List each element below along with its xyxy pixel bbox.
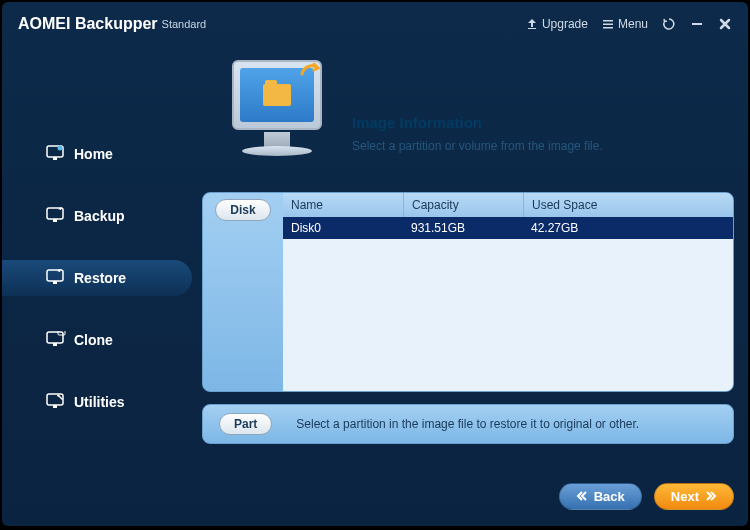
menu-icon	[602, 18, 614, 30]
close-icon[interactable]	[718, 17, 732, 31]
cell-used: 42.27GB	[523, 221, 733, 235]
sidebar-item-home[interactable]: Home	[2, 136, 182, 172]
partition-panel: Part Select a partition in the image fil…	[202, 404, 734, 444]
sidebar-item-backup[interactable]: Backup	[2, 198, 182, 234]
app-title: AOMEI Backupper	[18, 15, 158, 33]
upgrade-icon	[526, 18, 538, 30]
page-subtitle: Select a partition or volume from the im…	[352, 139, 603, 153]
svg-rect-12	[53, 343, 57, 346]
menu-button[interactable]: Menu	[602, 17, 648, 31]
page-title: Image Information	[352, 114, 603, 131]
monitor-illustration	[222, 54, 342, 174]
upgrade-label: Upgrade	[542, 17, 588, 31]
svg-rect-8	[53, 219, 57, 222]
sidebar-item-label: Home	[74, 146, 113, 162]
sidebar: Home Backup Restore Clone Utilities	[2, 46, 182, 526]
chevron-right-icon	[703, 489, 717, 504]
svg-rect-5	[53, 157, 57, 160]
restore-icon	[46, 269, 66, 288]
footer-buttons: Back Next	[559, 483, 734, 510]
svg-rect-15	[53, 405, 57, 408]
next-button[interactable]: Next	[654, 483, 734, 510]
main-panel: Image Information Select a partition or …	[182, 46, 734, 512]
upgrade-button[interactable]: Upgrade	[526, 17, 588, 31]
part-tab-button[interactable]: Part	[219, 413, 272, 435]
home-icon	[46, 145, 66, 164]
chevron-left-icon	[576, 489, 590, 504]
utilities-icon	[46, 393, 66, 412]
svg-rect-3	[692, 23, 702, 25]
sidebar-item-label: Utilities	[74, 394, 125, 410]
content-header: Image Information Select a partition or …	[352, 114, 603, 153]
svg-rect-14	[47, 394, 63, 405]
cell-capacity: 931.51GB	[403, 221, 523, 235]
svg-rect-9	[47, 270, 63, 281]
next-label: Next	[671, 489, 699, 504]
back-label: Back	[594, 489, 625, 504]
svg-rect-2	[603, 27, 613, 29]
restore-arrow-icon	[298, 60, 322, 84]
sidebar-item-label: Restore	[74, 270, 126, 286]
back-button[interactable]: Back	[559, 483, 642, 510]
svg-rect-0	[603, 20, 613, 22]
sidebar-item-restore[interactable]: Restore	[2, 260, 192, 296]
sidebar-item-utilities[interactable]: Utilities	[2, 384, 182, 420]
partition-hint: Select a partition in the image file to …	[296, 417, 639, 431]
table-row[interactable]: Disk0 931.51GB 42.27GB	[283, 217, 733, 239]
sidebar-item-clone[interactable]: Clone	[2, 322, 182, 358]
backup-icon	[46, 207, 66, 226]
svg-rect-11	[47, 332, 63, 343]
menu-label: Menu	[618, 17, 648, 31]
titlebar: AOMEI Backupper Standard Upgrade Menu	[2, 2, 748, 46]
svg-rect-1	[603, 24, 613, 26]
refresh-icon[interactable]	[662, 17, 676, 31]
col-header-name: Name	[283, 193, 403, 217]
cell-name: Disk0	[283, 221, 403, 235]
svg-point-6	[58, 145, 63, 150]
app-edition: Standard	[162, 18, 207, 30]
col-header-used: Used Space	[523, 193, 733, 217]
disk-panel: Disk Name Capacity Used Space Disk0 931.…	[202, 192, 734, 392]
col-header-capacity: Capacity	[403, 193, 523, 217]
sidebar-item-label: Backup	[74, 208, 125, 224]
disk-tab-button[interactable]: Disk	[215, 199, 270, 221]
table-header: Name Capacity Used Space	[283, 193, 733, 217]
disk-table: Name Capacity Used Space Disk0 931.51GB …	[283, 193, 733, 391]
clone-icon	[46, 331, 66, 350]
sidebar-item-label: Clone	[74, 332, 113, 348]
minimize-icon[interactable]	[690, 17, 704, 31]
svg-rect-10	[53, 281, 57, 284]
